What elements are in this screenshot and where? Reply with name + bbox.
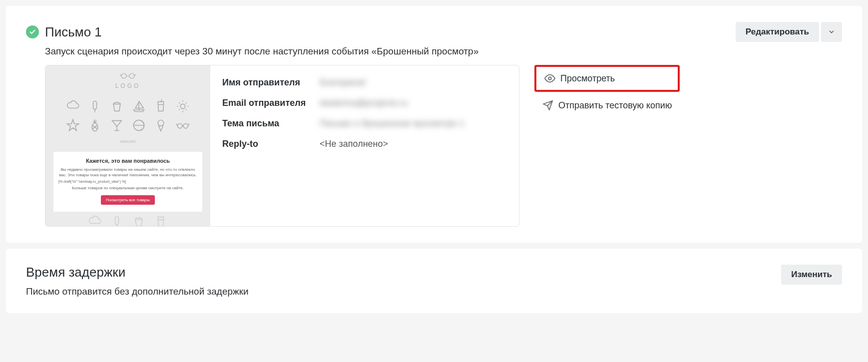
thumb-body-2: Больше товаров по специальным ценам смот… <box>58 185 197 191</box>
thumb-dim-text: 600x200 <box>120 139 136 144</box>
svg-point-11 <box>178 124 182 128</box>
preview-action-label: Просмотреть <box>560 73 615 84</box>
thumb-heading: Кажется, это вам понравилось <box>58 158 197 164</box>
svg-point-1 <box>129 73 134 78</box>
sender-name-value: Екатерина! <box>320 77 366 88</box>
letter-card: Письмо 1 Редактировать Запуск сценария п… <box>6 6 862 243</box>
popsicle-icon <box>88 99 102 113</box>
letter-title: Письмо 1 <box>45 24 102 40</box>
send-test-action-label: Отправить тестовую копию <box>558 100 672 111</box>
icecream-icon <box>154 118 168 132</box>
chevron-down-icon <box>828 28 835 35</box>
preview-action[interactable]: Просмотреть <box>534 65 680 92</box>
popsicle-icon <box>110 215 124 226</box>
edit-button[interactable]: Редактировать <box>736 22 819 42</box>
thumb-code: [% draft("id":"sendsay.ru_product_view")… <box>58 180 197 183</box>
bucket-icon <box>110 99 124 113</box>
email-thumbnail: LOGO <box>45 65 210 226</box>
sailboat-icon <box>132 99 146 113</box>
side-actions: Просмотреть Отправить тестовую копию <box>534 65 680 117</box>
send-icon <box>542 100 553 111</box>
svg-rect-2 <box>93 101 97 109</box>
bucket-icon <box>132 215 146 226</box>
thumb-logo-text: LOGO <box>45 82 210 89</box>
thumb-body-1: Вы недавно просматривали товары на нашем… <box>58 167 197 178</box>
subject-label: Тема письма <box>222 118 320 129</box>
svg-point-10 <box>158 120 164 126</box>
email-preview-box: LOGO <box>45 65 519 227</box>
send-test-action[interactable]: Отправить тестовую копию <box>534 94 680 117</box>
drink-icon <box>154 215 168 226</box>
cocktail-icon <box>110 118 124 132</box>
status-check-icon <box>26 25 39 38</box>
sender-name-label: Имя отправителя <box>222 77 320 88</box>
sender-email-label: Email отправителя <box>222 98 320 108</box>
sun-icon <box>176 99 190 113</box>
svg-point-12 <box>183 124 188 128</box>
starfish-icon <box>66 118 80 132</box>
glasses-icon <box>119 72 136 81</box>
letter-subtitle: Запуск сценария происходит через 30 мину… <box>45 46 842 57</box>
cloud-icon <box>88 215 102 226</box>
cloud-icon <box>66 99 80 113</box>
thumb-cta-button: Посмотреть все товары <box>101 195 155 205</box>
svg-point-15 <box>548 77 551 80</box>
svg-rect-13 <box>115 216 119 224</box>
svg-point-0 <box>121 73 126 78</box>
drink-icon <box>154 99 168 113</box>
edit-dropdown-button[interactable] <box>821 22 842 42</box>
reply-to-label: Reply-to <box>222 139 320 149</box>
ball-icon <box>132 118 146 132</box>
pineapple-icon <box>88 118 102 132</box>
email-info-panel: Имя отправителя Екатерина! Email отправи… <box>210 65 519 226</box>
eye-icon <box>544 73 555 84</box>
svg-point-5 <box>180 104 185 108</box>
sunglasses-icon <box>176 118 190 132</box>
delay-edit-button[interactable]: Изменить <box>781 265 842 285</box>
sender-email-value: ekaterina@projects.ru <box>320 98 408 108</box>
delay-title: Время задержки <box>26 265 249 280</box>
reply-to-value: <Не заполнено> <box>320 139 388 149</box>
delay-text: Письмо отправится без дополнительной зад… <box>26 286 249 297</box>
subject-value: Письмо о брошенном просмотре 1 <box>320 118 464 129</box>
delay-card: Время задержки Письмо отправится без доп… <box>6 249 862 313</box>
